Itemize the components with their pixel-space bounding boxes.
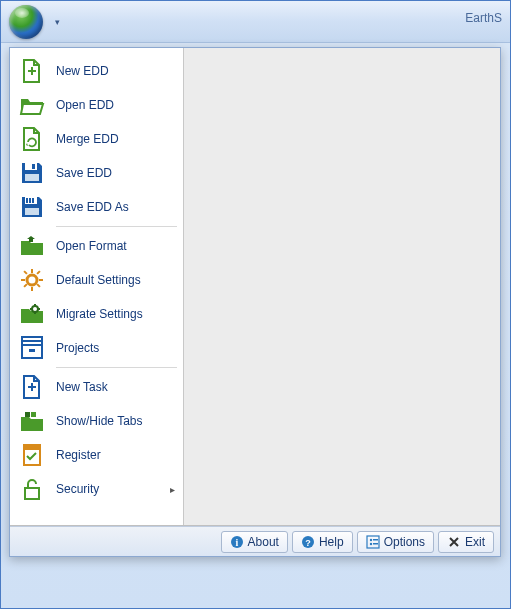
application-menu-recent-panel xyxy=(184,48,500,525)
titlebar: ▾ EarthS xyxy=(1,1,510,43)
question-icon: ? xyxy=(301,535,315,549)
menu-separator xyxy=(56,226,177,227)
menu-item-label: Save EDD xyxy=(56,166,175,180)
folder-tabs-icon xyxy=(18,407,46,435)
svg-point-40 xyxy=(369,538,371,540)
menu-item-default-settings[interactable]: Default Settings xyxy=(10,263,183,297)
svg-point-42 xyxy=(369,542,371,544)
file-plus-alt-icon xyxy=(18,373,46,401)
menu-item-label: Show/Hide Tabs xyxy=(56,414,175,428)
menu-item-security[interactable]: Security ▸ xyxy=(10,472,183,506)
svg-rect-13 xyxy=(21,279,25,281)
svg-rect-31 xyxy=(31,412,36,417)
svg-rect-29 xyxy=(31,383,33,391)
svg-rect-6 xyxy=(26,198,28,203)
folder-open-icon xyxy=(18,91,46,119)
menu-item-label: Register xyxy=(56,448,175,462)
svg-rect-27 xyxy=(29,349,35,352)
menu-separator xyxy=(56,367,177,368)
submenu-arrow-icon: ▸ xyxy=(170,484,175,495)
button-label: Options xyxy=(384,535,425,549)
svg-text:?: ? xyxy=(305,537,311,547)
menu-item-label: Merge EDD xyxy=(56,132,175,146)
svg-rect-30 xyxy=(25,412,30,417)
save-as-icon xyxy=(18,193,46,221)
menu-item-merge-edd[interactable]: Merge EDD xyxy=(10,122,183,156)
menu-item-label: Projects xyxy=(56,341,175,355)
folder-arrow-icon xyxy=(18,232,46,260)
menu-item-label: Save EDD As xyxy=(56,200,175,214)
svg-rect-2 xyxy=(25,163,37,170)
file-plus-icon xyxy=(18,57,46,85)
archive-box-icon xyxy=(18,334,46,362)
menu-item-save-edd[interactable]: Save EDD xyxy=(10,156,183,190)
svg-rect-1 xyxy=(31,67,33,75)
application-menu-body: New EDD Open EDD Merge EDD xyxy=(10,48,500,526)
svg-rect-33 xyxy=(24,445,40,450)
menu-item-label: New Task xyxy=(56,380,175,394)
gear-icon xyxy=(18,266,46,294)
svg-rect-43 xyxy=(373,543,378,545)
menu-item-showhide-tabs[interactable]: Show/Hide Tabs xyxy=(10,404,183,438)
svg-rect-11 xyxy=(31,269,33,273)
menu-item-label: Open EDD xyxy=(56,98,175,112)
menu-item-open-format[interactable]: Open Format xyxy=(10,229,183,263)
close-icon xyxy=(447,535,461,549)
file-refresh-icon xyxy=(18,125,46,153)
svg-rect-26 xyxy=(22,337,42,341)
svg-rect-4 xyxy=(25,174,39,181)
qat-dropdown-icon[interactable]: ▾ xyxy=(51,15,64,29)
app-orb-button[interactable] xyxy=(9,5,43,39)
app-title: EarthS xyxy=(465,11,502,25)
svg-rect-8 xyxy=(32,198,34,203)
info-icon: i xyxy=(230,535,244,549)
menu-item-open-edd[interactable]: Open EDD xyxy=(10,88,183,122)
clipboard-check-icon xyxy=(18,441,46,469)
svg-rect-15 xyxy=(23,270,27,274)
svg-rect-20 xyxy=(34,304,36,306)
exit-button[interactable]: Exit xyxy=(438,531,494,553)
menu-item-label: New EDD xyxy=(56,64,175,78)
app-window: ▾ EarthS New EDD Open EDD xyxy=(0,0,511,609)
svg-rect-34 xyxy=(25,488,39,499)
ribbon-body: New EDD Open EDD Merge EDD xyxy=(1,43,510,608)
menu-item-label: Security xyxy=(56,482,170,496)
menu-item-new-task[interactable]: New Task xyxy=(10,370,183,404)
svg-rect-21 xyxy=(34,312,36,314)
svg-rect-9 xyxy=(25,208,39,215)
svg-rect-41 xyxy=(373,539,378,541)
button-label: Exit xyxy=(465,535,485,549)
about-button[interactable]: i About xyxy=(221,531,288,553)
application-menu-list: New EDD Open EDD Merge EDD xyxy=(10,48,184,525)
svg-rect-12 xyxy=(31,287,33,291)
menu-item-label: Migrate Settings xyxy=(56,307,175,321)
options-button[interactable]: Options xyxy=(357,531,434,553)
menu-item-migrate-settings[interactable]: Migrate Settings xyxy=(10,297,183,331)
svg-rect-17 xyxy=(36,270,40,274)
options-icon xyxy=(366,535,380,549)
menu-item-label: Open Format xyxy=(56,239,175,253)
menu-item-new-edd[interactable]: New EDD xyxy=(10,54,183,88)
svg-rect-14 xyxy=(39,279,43,281)
application-menu: New EDD Open EDD Merge EDD xyxy=(9,47,501,557)
button-label: Help xyxy=(319,535,344,549)
help-button[interactable]: ? Help xyxy=(292,531,353,553)
application-menu-footer: i About ? Help Options xyxy=(10,526,500,556)
svg-point-10 xyxy=(27,275,37,285)
menu-item-label: Default Settings xyxy=(56,273,175,287)
menu-item-projects[interactable]: Projects xyxy=(10,331,183,365)
menu-item-save-edd-as[interactable]: Save EDD As xyxy=(10,190,183,224)
svg-rect-3 xyxy=(32,164,35,169)
folder-gear-icon xyxy=(18,300,46,328)
svg-text:i: i xyxy=(235,537,238,548)
svg-rect-39 xyxy=(367,536,379,548)
svg-point-19 xyxy=(32,306,38,312)
button-label: About xyxy=(248,535,279,549)
svg-rect-23 xyxy=(38,308,40,310)
menu-item-register[interactable]: Register xyxy=(10,438,183,472)
save-icon xyxy=(18,159,46,187)
svg-rect-7 xyxy=(29,198,31,203)
svg-rect-22 xyxy=(30,308,32,310)
lock-open-icon xyxy=(18,475,46,503)
